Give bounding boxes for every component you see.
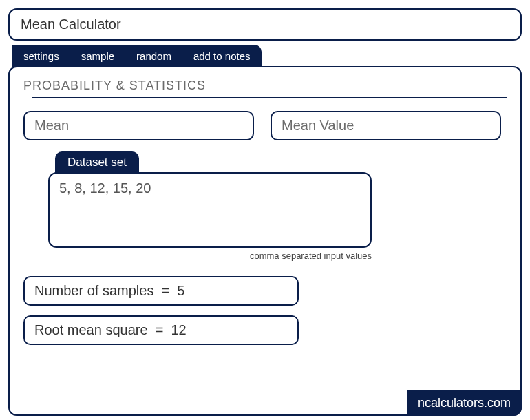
mean-label-field[interactable]: Mean — [23, 111, 254, 140]
title-bar: Mean Calculator — [8, 8, 522, 41]
dataset-badge: Dataset set — [55, 151, 139, 174]
mean-value-field[interactable]: Mean Value — [271, 111, 501, 140]
main-panel: PROBABILITY & STATISTICS Mean Mean Value… — [8, 66, 522, 416]
rms-value: 12 — [171, 322, 186, 337]
samples-value: 5 — [177, 283, 184, 298]
dataset-input[interactable]: 5, 8, 12, 15, 20 — [48, 172, 372, 248]
rms-result: Root mean square = 12 — [23, 315, 299, 345]
tab-add-to-notes[interactable]: add to notes — [182, 45, 262, 67]
dataset-section: Dataset set 5, 8, 12, 15, 20 comma separ… — [48, 151, 507, 261]
tabs-container: settings sample random add to notes — [12, 45, 262, 67]
branding-badge: ncalculators.com — [407, 390, 522, 416]
dataset-helper-text: comma separated input values — [48, 251, 372, 261]
tab-sample[interactable]: sample — [70, 45, 125, 67]
page-title: Mean Calculator — [21, 17, 121, 32]
section-title: PROBABILITY & STATISTICS — [23, 78, 507, 98]
samples-label: Number of samples — [34, 283, 153, 298]
samples-result: Number of samples = 5 — [23, 276, 299, 306]
field-row: Mean Mean Value — [23, 111, 507, 140]
rms-label: Root mean square — [34, 322, 148, 337]
tab-settings[interactable]: settings — [12, 45, 70, 67]
tab-random[interactable]: random — [125, 45, 182, 67]
